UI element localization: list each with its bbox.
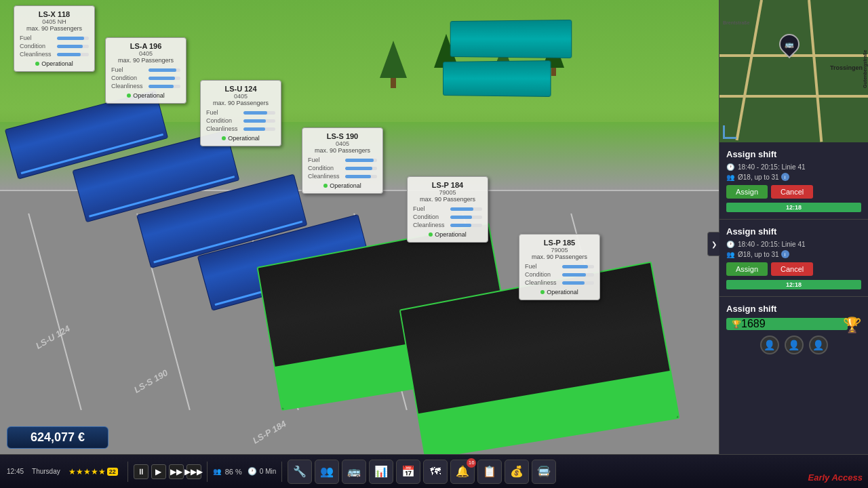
- stars-display: ★ ★ ★ ★ ★ 22: [68, 467, 118, 476]
- time-ctrl-display: 🕐 0 Min: [248, 467, 276, 476]
- separator-3: [281, 462, 282, 482]
- garage-icon-btn[interactable]: 🚍: [532, 460, 556, 484]
- cancel-button-2[interactable]: Cancel: [771, 262, 813, 276]
- map-location-label: Trossingen: [830, 64, 863, 71]
- chart-icon-btn[interactable]: 📊: [369, 460, 393, 484]
- money-display: 624,077 €: [7, 426, 108, 449]
- clock-icon-2: 🕐: [726, 241, 734, 248]
- bus-icon-btn[interactable]: 🚌: [342, 460, 366, 484]
- achievement-icon-3: 👤: [809, 336, 828, 354]
- map-street-label: Gutenbergstraße: [863, 50, 867, 88]
- early-access-label: Early Access: [808, 472, 863, 483]
- bottom-toolbar: 12:45 Thursday ★ ★ ★ ★ ★ 22 ⏸ ▶ ▶▶ ▶▶▶ 👥…: [0, 454, 868, 488]
- calendar-icon-btn[interactable]: 📅: [396, 460, 420, 484]
- shift-time-2: 18:40 - 20:15: Linie 41: [738, 241, 806, 248]
- progress-number: 1689: [741, 318, 766, 330]
- time-display: 12:45: [7, 468, 24, 475]
- bus-tooltip-lsx118: LS-X 118 0405 NH max. 90 Passengers Fuel…: [14, 5, 95, 72]
- driver-pct-display: 👥 86 %: [213, 468, 245, 476]
- time-bar-2: 12:18: [726, 280, 861, 289]
- star-4: ★: [91, 467, 98, 476]
- info-icon-1[interactable]: i: [781, 173, 789, 181]
- people-icon-btn[interactable]: 👥: [315, 460, 339, 484]
- assign-panel-2-title: Assign shift: [726, 226, 861, 237]
- driver-req-2: Ø18, up to 31: [738, 251, 779, 258]
- day-display: Thursday: [32, 468, 60, 475]
- notification-icon-btn[interactable]: 🔔 16: [450, 460, 475, 484]
- mini-map: 🚌 Trossingen Gutenbergstraße Brentstraße: [719, 0, 868, 142]
- clock-icon-1: 🕐: [726, 163, 734, 171]
- star-1: ★: [68, 467, 76, 476]
- achievement-icon-2: 👤: [785, 336, 804, 354]
- driver-pct-value: 86 %: [225, 468, 242, 476]
- shift-time-1: 18:40 - 20:15: Linie 41: [738, 163, 806, 171]
- driver-icon-2: 👥: [726, 251, 734, 258]
- map-street2-label: Brentstraße: [723, 20, 749, 25]
- finance-icon-btn[interactable]: 💰: [505, 460, 529, 484]
- driver-icon-1: 👥: [726, 174, 734, 181]
- star-3: ★: [83, 467, 91, 476]
- bus-tooltip-lsa196: LS-A 196 0405 max. 90 Passengers Fuel Co…: [105, 37, 186, 104]
- star-count: 22: [107, 468, 118, 476]
- trophy-icon: 🏆: [843, 317, 861, 334]
- assign-panel-3-title: Assign shift: [726, 304, 861, 314]
- game-world: LS-U 124 LS-S 190 LS-P 184 LS-X 118 0405…: [0, 0, 719, 488]
- faster-button[interactable]: ▶▶▶: [186, 464, 201, 479]
- progress-value: 🏆: [732, 320, 741, 329]
- play-button[interactable]: ▶: [151, 464, 166, 479]
- assign-panel-2: Assign shift 🕐 18:40 - 20:15: Linie 41 👥…: [719, 220, 868, 297]
- achievement-icon-1: 👤: [760, 336, 779, 354]
- bus-tooltip-lsu124: LS-U 124 0405 max. 90 Passengers Fuel Co…: [200, 80, 281, 146]
- right-panel: ❯ 🚌 Trossingen Gutenbergstraße Brentstra…: [719, 0, 868, 488]
- time-min-value: 0 Min: [260, 468, 276, 475]
- star-5: ★: [98, 467, 106, 476]
- clock-icon: 🕐: [248, 467, 257, 476]
- achievement-icons: 👤 👤 👤: [726, 336, 861, 354]
- bus-tooltip-lss190: LS-S 190 0405 max. 90 Passengers Fuel Co…: [302, 127, 383, 194]
- info-icon-2[interactable]: i: [781, 250, 789, 258]
- pause-button[interactable]: ⏸: [134, 464, 149, 479]
- cancel-button-1[interactable]: Cancel: [771, 185, 813, 199]
- document-icon-btn[interactable]: 📋: [477, 460, 502, 484]
- assign-button-2[interactable]: Assign: [726, 262, 768, 276]
- assign-panel-1-title: Assign shift: [726, 149, 861, 159]
- notification-badge: 16: [467, 458, 476, 468]
- settings-icon-btn[interactable]: 🔧: [288, 460, 312, 484]
- assign-panel-1: Assign shift 🕐 18:40 - 20:15: Linie 41 👥…: [719, 142, 868, 220]
- driver-pct-icon: 👥: [213, 468, 221, 475]
- star-2: ★: [76, 467, 83, 476]
- separator-2: [207, 462, 208, 482]
- panel-collapse-button[interactable]: ❯: [707, 232, 719, 256]
- fast-button[interactable]: ▶▶: [169, 464, 184, 479]
- assign-button-1[interactable]: Assign: [726, 185, 768, 199]
- progress-bar: 🏆 1689: [726, 318, 848, 330]
- driver-req-1: Ø18, up to 31: [738, 174, 779, 181]
- bus-tooltip-lsp185: LS-P 185 79005 max. 90 Passengers Fuel C…: [519, 234, 600, 300]
- bus-tooltip-lsp184: LS-P 184 79005 max. 90 Passengers Fuel C…: [407, 176, 488, 243]
- separator-1: [127, 462, 128, 482]
- time-bar-1: 12:18: [726, 203, 861, 212]
- map-icon-btn[interactable]: 🗺: [423, 460, 448, 484]
